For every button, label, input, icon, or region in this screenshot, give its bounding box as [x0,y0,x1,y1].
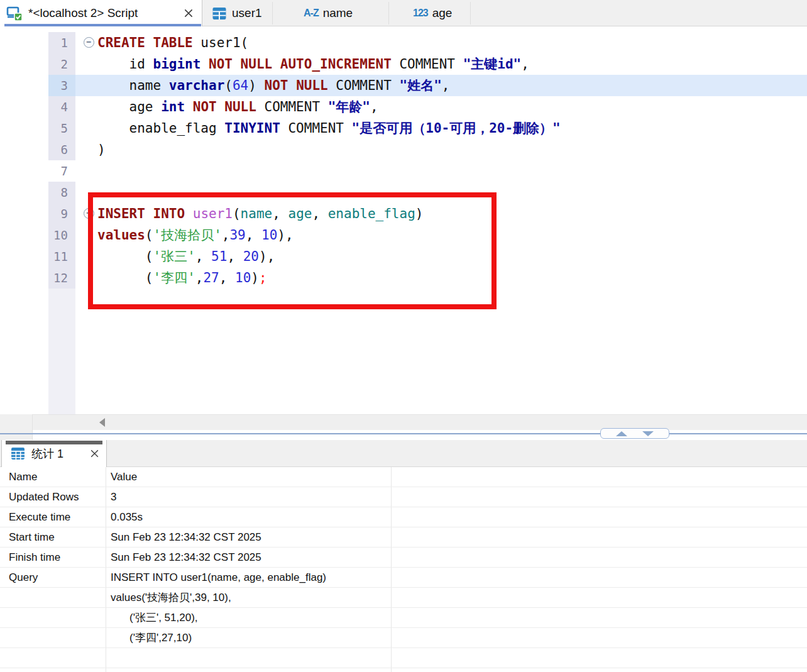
close-icon[interactable] [89,448,100,459]
code-text: age int NOT NULL COMMENT "年龄", [97,96,378,118]
line-number: 11 [48,246,75,267]
editor-line-5[interactable]: 5 enable_flag TINYINT COMMENT "是否可用（10-可… [0,118,807,139]
cell-value: Sun Feb 23 12:34:32 CST 2025 [111,548,261,567]
tab-separator [272,2,273,25]
tab-sql-script-label: *<localhost 2> Script [28,6,138,20]
cell-value: Sun Feb 23 12:34:32 CST 2025 [111,527,261,547]
line-number: 9 [48,203,75,224]
cell-value: 0.035s [111,507,143,527]
table-row[interactable]: Execute time0.035s [0,507,807,527]
cell-name: Execute time [9,507,70,527]
cell-name: Finish time [9,548,60,567]
code-text: enable_flag TINYINT COMMENT "是否可用（10-可用，… [97,118,561,139]
panel-splitter[interactable] [0,433,807,434]
tab-column-name[interactable]: A-Z name [304,0,353,26]
table-header-row[interactable]: NameValue [0,467,807,487]
editor-line-9[interactable]: 9−INSERT INTO user1(name, age, enable_fl… [0,203,807,224]
table-row[interactable]: Start timeSun Feb 23 12:34:32 CST 2025 [0,527,807,548]
close-icon[interactable] [183,8,194,19]
code-text: INSERT INTO user1(name, age, enable_flag… [97,203,423,224]
line-number: 7 [48,160,75,182]
tab-table-user1[interactable]: user1 [212,0,262,26]
cell-name: Updated Rows [9,487,79,507]
scroll-left-icon[interactable] [99,418,105,427]
az-icon: A-Z [304,8,319,19]
fold-collapse-icon[interactable]: − [84,208,94,219]
editor-line-3[interactable]: 3 name varchar(64) NOT NULL COMMENT "姓名"… [0,75,807,96]
code-text: ('张三', 51, 20), [97,246,275,267]
collapse-up-icon[interactable] [616,431,627,436]
table-row[interactable]: values('技海拾贝',39, 10), [0,588,807,608]
editor-line-10[interactable]: 10values('技海拾贝',39, 10), [0,224,807,246]
line-number: 5 [48,118,75,139]
table-row[interactable] [0,648,807,668]
editor-line-2[interactable]: 2 id bigint NOT NULL AUTO_INCREMENT COMM… [0,53,807,75]
sql-script-icon [6,5,23,22]
table-icon [212,7,227,20]
code-text: ) [97,139,106,160]
cell-name: Name [9,467,37,487]
line-number: 2 [48,53,75,75]
cell-name: Query [9,568,38,587]
horizontal-scrollbar[interactable] [33,414,807,430]
splitter-sash[interactable] [600,428,669,439]
results-tab-bar: 统计 1 [0,440,807,467]
tab-sql-script[interactable]: *<localhost 2> Script [0,0,202,26]
code-text: CREATE TABLE user1( [97,32,248,53]
cell-value: INSERT INTO user1(name, age, enable_flag… [111,568,326,587]
dbeaver-window: *<localhost 2> Script user1 A-Z name 123… [0,0,807,672]
line-number: 1 [48,32,75,53]
123-icon: 123 [413,8,428,19]
table-row[interactable]: ('张三', 51,20), [0,608,807,628]
tab-separator [388,2,389,25]
editor-line-12[interactable]: 12 ('李四',27, 10); [0,267,807,289]
editor-line-4[interactable]: 4 age int NOT NULL COMMENT "年龄", [0,96,807,118]
editor-tab-bar: *<localhost 2> Script user1 A-Z name 123… [0,0,807,26]
line-number: 4 [48,96,75,118]
statistics-tab[interactable]: 统计 1 [1,440,107,467]
line-number: 12 [48,267,75,289]
table-row[interactable]: ('李四',27,10) [0,628,807,648]
editor-line-8[interactable]: 8 [0,182,807,203]
code-text: id bigint NOT NULL AUTO_INCREMENT COMMEN… [97,53,529,75]
line-number: 3 [48,75,75,96]
tab-drag-strip [6,441,102,444]
cell-value: values('技海拾贝',39, 10), [111,588,231,607]
statistics-tab-label: 统计 1 [31,446,63,461]
cell-value: ('张三', 51,20), [129,608,198,627]
table-row[interactable]: Finish timeSun Feb 23 12:34:32 CST 2025 [0,548,807,568]
tab-column-age-label: age [432,6,453,20]
table-row[interactable]: Updated Rows3 [0,487,807,507]
fold-collapse-icon[interactable]: − [84,37,94,48]
line-number: 6 [48,139,75,160]
cell-value: ('李四',27,10) [129,628,192,647]
tab-separator [470,2,471,25]
editor-line-11[interactable]: 11 ('张三', 51, 20), [0,246,807,267]
sql-editor[interactable]: 1−CREATE TABLE user1(2 id bigint NOT NUL… [0,26,807,414]
cell-name: Start time [9,527,55,547]
code-text: values('技海拾贝',39, 10), [97,224,294,246]
code-text: name varchar(64) NOT NULL COMMENT "姓名", [97,75,449,96]
line-number: 10 [48,224,75,246]
collapse-down-icon[interactable] [642,431,654,436]
tab-column-age[interactable]: 123 age [413,0,452,26]
editor-line-6[interactable]: 6) [0,139,807,160]
table-icon [11,447,25,460]
table-row[interactable]: QueryINSERT INTO user1(name, age, enable… [0,568,807,588]
cell-value: Value [111,467,137,487]
statistics-table: NameValueUpdated Rows3Execute time0.035s… [0,467,807,672]
cell-value: 3 [111,487,116,507]
editor-line-1[interactable]: 1−CREATE TABLE user1( [0,32,807,53]
line-number: 8 [48,182,75,203]
editor-line-7[interactable]: 7 [0,160,807,182]
tab-column-name-label: name [323,6,353,20]
gutter-tail [48,289,75,414]
code-text: ('李四',27, 10); [97,267,267,289]
tab-table-user1-label: user1 [232,6,262,20]
